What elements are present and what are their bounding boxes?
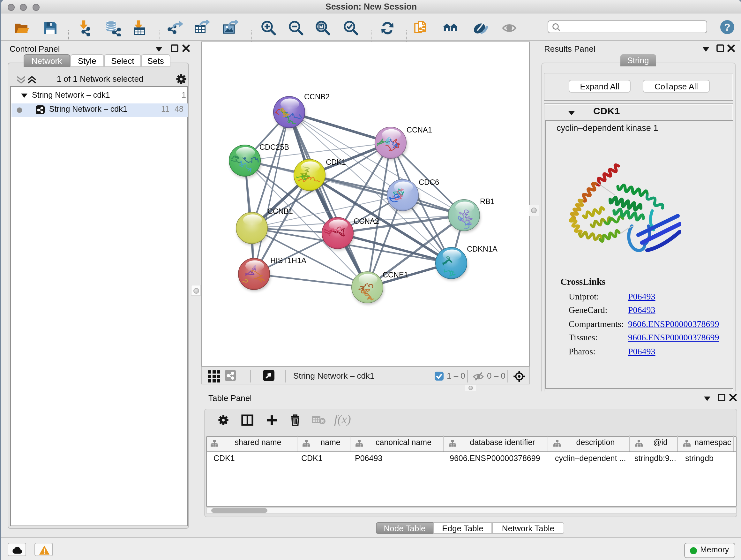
svg-text:CDC25B: CDC25B: [259, 143, 289, 151]
svg-text:CDKN1A: CDKN1A: [467, 245, 497, 253]
svg-text:CDC6: CDC6: [418, 178, 439, 186]
svg-text:CCNB2: CCNB2: [304, 92, 329, 101]
svg-text:CDK1: CDK1: [326, 158, 346, 166]
svg-text:RB1: RB1: [480, 197, 494, 206]
svg-text:HIST1H1A: HIST1H1A: [270, 256, 306, 265]
svg-text:CCNA1: CCNA1: [406, 126, 432, 134]
svg-text:?: ?: [724, 21, 731, 33]
svg-text:CCNE1: CCNE1: [382, 271, 408, 279]
svg-text:CCNA2: CCNA2: [353, 217, 379, 226]
svg-text:CCNB1: CCNB1: [267, 207, 293, 215]
